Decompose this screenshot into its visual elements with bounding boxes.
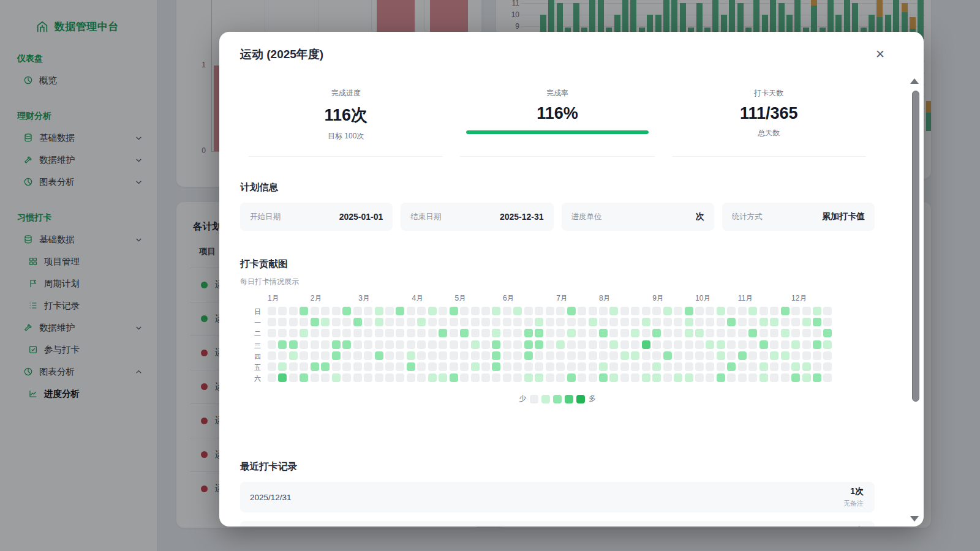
heatmap-cell[interactable] (642, 373, 650, 382)
heatmap-cell[interactable] (567, 307, 576, 315)
heatmap-cell[interactable] (781, 340, 790, 349)
heatmap-cell[interactable] (706, 351, 714, 360)
heatmap-cell[interactable] (717, 362, 725, 371)
heatmap-cell[interactable] (503, 307, 511, 315)
heatmap-cell[interactable] (289, 351, 298, 360)
heatmap-cell[interactable] (471, 373, 480, 382)
heatmap-cell[interactable] (278, 351, 287, 360)
heatmap-cell[interactable] (524, 329, 533, 337)
heatmap-cell[interactable] (460, 351, 469, 360)
heatmap-cell[interactable] (781, 373, 790, 382)
heatmap-cell[interactable] (706, 318, 714, 326)
heatmap-cell[interactable] (609, 351, 618, 360)
heatmap-cell[interactable] (289, 329, 298, 337)
heatmap-cell[interactable] (738, 362, 747, 371)
heatmap-cell[interactable] (439, 329, 447, 337)
heatmap-cell[interactable] (802, 340, 811, 349)
heatmap-cell[interactable] (674, 373, 682, 382)
heatmap-cell[interactable] (738, 351, 747, 360)
heatmap-cell[interactable] (674, 318, 682, 326)
heatmap-cell[interactable] (289, 307, 298, 315)
heatmap-cell[interactable] (631, 362, 639, 371)
heatmap-cell[interactable] (428, 307, 437, 315)
heatmap-cell[interactable] (652, 351, 661, 360)
heatmap-cell[interactable] (599, 340, 608, 349)
heatmap-cell[interactable] (375, 340, 383, 349)
heatmap-cell[interactable] (385, 340, 394, 349)
heatmap-cell[interactable] (364, 340, 372, 349)
heatmap-cell[interactable] (417, 373, 426, 382)
heatmap-cell[interactable] (481, 362, 490, 371)
heatmap-cell[interactable] (567, 329, 576, 337)
heatmap-cell[interactable] (278, 318, 287, 326)
heatmap-cell[interactable] (706, 307, 714, 315)
heatmap-cell[interactable] (770, 318, 778, 326)
heatmap-cell[interactable] (396, 307, 404, 315)
heatmap-cell[interactable] (396, 329, 404, 337)
heatmap-cell[interactable] (727, 340, 736, 349)
heatmap-cell[interactable] (535, 318, 543, 326)
heatmap-cell[interactable] (823, 329, 832, 337)
heatmap-cell[interactable] (546, 362, 554, 371)
heatmap-cell[interactable] (802, 373, 811, 382)
heatmap-cell[interactable] (300, 307, 308, 315)
heatmap-cell[interactable] (770, 329, 778, 337)
heatmap-cell[interactable] (375, 351, 383, 360)
heatmap-cell[interactable] (823, 362, 832, 371)
heatmap-cell[interactable] (300, 340, 308, 349)
heatmap-cell[interactable] (599, 351, 608, 360)
heatmap-cell[interactable] (289, 373, 298, 382)
heatmap-cell[interactable] (620, 307, 629, 315)
heatmap-cell[interactable] (460, 362, 469, 371)
heatmap-cell[interactable] (385, 329, 394, 337)
heatmap-cell[interactable] (770, 362, 778, 371)
heatmap-cell[interactable] (556, 351, 565, 360)
heatmap-cell[interactable] (663, 340, 672, 349)
heatmap-cell[interactable] (385, 373, 394, 382)
heatmap-cell[interactable] (652, 318, 661, 326)
heatmap-cell[interactable] (332, 373, 341, 382)
heatmap-cell[interactable] (450, 362, 458, 371)
heatmap-cell[interactable] (450, 307, 458, 315)
heatmap-cell[interactable] (556, 362, 565, 371)
heatmap-cell[interactable] (535, 329, 543, 337)
heatmap-cell[interactable] (727, 318, 736, 326)
heatmap-cell[interactable] (802, 362, 811, 371)
heatmap-cell[interactable] (492, 340, 500, 349)
heatmap-cell[interactable] (546, 329, 554, 337)
heatmap-cell[interactable] (578, 318, 586, 326)
heatmap-cell[interactable] (695, 318, 704, 326)
heatmap-cell[interactable] (760, 318, 768, 326)
heatmap-cell[interactable] (428, 351, 437, 360)
heatmap-cell[interactable] (663, 351, 672, 360)
heatmap-cell[interactable] (385, 362, 394, 371)
heatmap-cell[interactable] (321, 307, 330, 315)
heatmap-cell[interactable] (706, 329, 714, 337)
heatmap-cell[interactable] (556, 318, 565, 326)
heatmap-cell[interactable] (663, 362, 672, 371)
heatmap-cell[interactable] (791, 329, 800, 337)
heatmap-cell[interactable] (631, 329, 639, 337)
heatmap-cell[interactable] (353, 307, 362, 315)
heatmap-cell[interactable] (364, 373, 372, 382)
heatmap-cell[interactable] (535, 362, 543, 371)
heatmap-cell[interactable] (609, 373, 618, 382)
heatmap-cell[interactable] (332, 318, 341, 326)
heatmap-cell[interactable] (813, 362, 821, 371)
heatmap-cell[interactable] (492, 362, 500, 371)
heatmap-cell[interactable] (268, 362, 276, 371)
heatmap-cell[interactable] (727, 329, 736, 337)
heatmap-cell[interactable] (556, 307, 565, 315)
heatmap-cell[interactable] (802, 307, 811, 315)
heatmap-cell[interactable] (609, 340, 618, 349)
heatmap-cell[interactable] (332, 307, 341, 315)
heatmap-cell[interactable] (396, 351, 404, 360)
heatmap-cell[interactable] (513, 329, 522, 337)
heatmap-cell[interactable] (813, 318, 821, 326)
heatmap-cell[interactable] (396, 373, 404, 382)
heatmap-cell[interactable] (823, 373, 832, 382)
heatmap-cell[interactable] (385, 351, 394, 360)
heatmap-cell[interactable] (278, 340, 287, 349)
heatmap-cell[interactable] (589, 351, 597, 360)
heatmap-cell[interactable] (685, 340, 693, 349)
